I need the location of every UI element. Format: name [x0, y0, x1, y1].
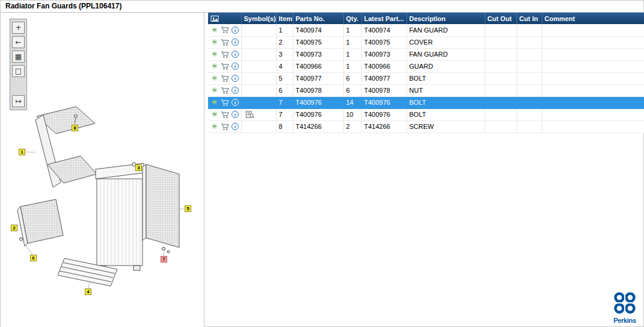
- item-cell: 6: [276, 84, 293, 96]
- column-header-symbols[interactable]: Symbol(s): [241, 13, 276, 24]
- column-header-item[interactable]: Item: [276, 13, 293, 24]
- cut-out-cell: [485, 72, 517, 84]
- column-header-actions[interactable]: [208, 13, 241, 24]
- add-to-cart-icon[interactable]: [221, 26, 229, 34]
- cut-out-cell: [485, 48, 517, 60]
- config-icon[interactable]: ✳: [210, 86, 218, 95]
- parts-no-cell: T400977: [293, 72, 343, 84]
- table-header-row: Symbol(s)ItemParts No.Qty.Latest Part...…: [208, 13, 644, 24]
- config-icon[interactable]: ✳: [210, 50, 218, 58]
- callout-8[interactable]: 8: [72, 125, 78, 131]
- zoom-window-button[interactable]: □: [12, 65, 25, 77]
- comment-cell: [542, 36, 644, 48]
- parts-row[interactable]: ✳i1T4009741T400974FAN GUARD: [208, 24, 644, 36]
- parts-row[interactable]: ✳i8T4142662T414266SCREW: [208, 120, 644, 132]
- description-cell: BOLT: [406, 108, 485, 120]
- add-to-cart-icon[interactable]: [221, 99, 229, 107]
- callout-1[interactable]: 1: [19, 149, 25, 155]
- latest-part-cell: T400975: [361, 36, 406, 48]
- info-icon[interactable]: i: [232, 63, 239, 70]
- add-to-cart-icon[interactable]: [221, 75, 229, 83]
- add-to-cart-icon[interactable]: [221, 87, 229, 95]
- callout-7[interactable]: 7: [161, 256, 167, 263]
- column-header-cut_out[interactable]: Cut Out: [485, 13, 517, 24]
- cut-out-cell: [485, 60, 517, 72]
- config-icon[interactable]: ✳: [210, 38, 218, 46]
- latest-part-cell: T400966: [361, 60, 406, 72]
- parts-row[interactable]: ✳i5T4009776T400977BOLT: [208, 72, 644, 84]
- perkins-logo-icon: [613, 291, 637, 314]
- info-icon[interactable]: i: [232, 75, 239, 82]
- config-icon[interactable]: ✳: [210, 26, 218, 34]
- item-cell: 3: [276, 48, 293, 60]
- image-column-icon: [210, 15, 219, 22]
- column-header-parts_no[interactable]: Parts No.: [293, 13, 343, 24]
- parts-no-cell: T400976: [293, 96, 343, 108]
- column-header-latest[interactable]: Latest Part...: [361, 13, 406, 24]
- column-header-description[interactable]: Description: [406, 13, 485, 24]
- info-icon[interactable]: i: [232, 87, 239, 94]
- parts-row[interactable]: ✳i7T40097610T400976BOLT: [208, 108, 644, 120]
- add-to-cart-icon[interactable]: [221, 51, 229, 58]
- hide-panel-button[interactable]: ↦: [12, 95, 25, 107]
- latest-part-cell: T400973: [361, 48, 406, 60]
- cut-out-cell: [485, 120, 517, 132]
- callout-6[interactable]: 6: [30, 255, 37, 261]
- row-actions-cell: ✳i: [208, 24, 241, 36]
- column-header-comment[interactable]: Comment: [542, 13, 644, 24]
- description-cell: BOLT: [406, 72, 485, 84]
- parts-no-cell: T400976: [293, 108, 343, 120]
- description-cell: GUARD: [406, 60, 485, 72]
- info-icon[interactable]: i: [232, 123, 239, 130]
- exploded-view-diagram[interactable]: [1, 13, 204, 327]
- config-icon[interactable]: ✳: [210, 110, 218, 119]
- row-actions-cell: ✳i: [208, 108, 241, 120]
- info-icon[interactable]: i: [232, 111, 239, 118]
- info-icon[interactable]: i: [232, 26, 239, 34]
- description-cell: NUT: [406, 84, 485, 96]
- parts-row[interactable]: ✳i6T4009786T400978NUT: [208, 84, 644, 96]
- symbols-cell: [241, 48, 276, 60]
- parts-row[interactable]: ✳i2T4009751T400975COVER: [208, 36, 644, 48]
- parts-row[interactable]: ✳i4T4009661T400966GUARD: [208, 60, 644, 72]
- symbols-cell: [241, 36, 276, 48]
- comment-cell: [542, 60, 644, 72]
- item-cell: 4: [276, 60, 293, 72]
- description-cell: SCREW: [406, 120, 485, 132]
- symbol-view-icon[interactable]: [245, 110, 254, 119]
- column-header-cut_in[interactable]: Cut In: [517, 13, 542, 24]
- column-header-qty[interactable]: Qty.: [343, 13, 361, 24]
- parts-no-cell: T414266: [293, 120, 343, 132]
- config-icon[interactable]: ✳: [210, 62, 218, 70]
- parts-table: Symbol(s)ItemParts No.Qty.Latest Part...…: [208, 13, 644, 133]
- callout-4[interactable]: 4: [85, 288, 91, 295]
- symbols-cell: [241, 84, 276, 96]
- zoom-in-button[interactable]: +: [12, 22, 25, 34]
- add-to-cart-icon[interactable]: [221, 111, 229, 119]
- cut-out-cell: [485, 108, 517, 120]
- callout-5[interactable]: 5: [185, 205, 191, 212]
- parts-row[interactable]: ✳i3T4009731T400973FAN GUARD: [208, 48, 644, 60]
- tile-view-button[interactable]: ▦: [12, 51, 25, 63]
- zoom-out-button[interactable]: ←: [12, 36, 25, 48]
- qty-cell: 10: [343, 108, 361, 120]
- config-icon[interactable]: ✳: [210, 74, 218, 83]
- perkins-logo: Perkins: [610, 291, 639, 324]
- callout-3[interactable]: 3: [135, 164, 142, 171]
- symbols-cell: [241, 96, 276, 108]
- qty-cell: 6: [343, 72, 361, 84]
- latest-part-cell: T400978: [361, 84, 406, 96]
- add-to-cart-icon[interactable]: [221, 39, 229, 46]
- comment-cell: [542, 84, 644, 96]
- parts-row[interactable]: ✳i7T40097614T400976BOLT: [208, 96, 644, 108]
- add-to-cart-icon[interactable]: [221, 123, 229, 131]
- config-icon[interactable]: ✳: [210, 122, 218, 131]
- info-icon[interactable]: i: [232, 51, 239, 58]
- info-icon[interactable]: i: [232, 99, 239, 106]
- callout-2[interactable]: 2: [11, 225, 17, 231]
- config-icon[interactable]: ✳: [210, 98, 218, 107]
- item-cell: 5: [276, 72, 293, 84]
- info-icon[interactable]: i: [232, 39, 239, 46]
- symbols-cell: [241, 120, 276, 132]
- add-to-cart-icon[interactable]: [221, 63, 229, 70]
